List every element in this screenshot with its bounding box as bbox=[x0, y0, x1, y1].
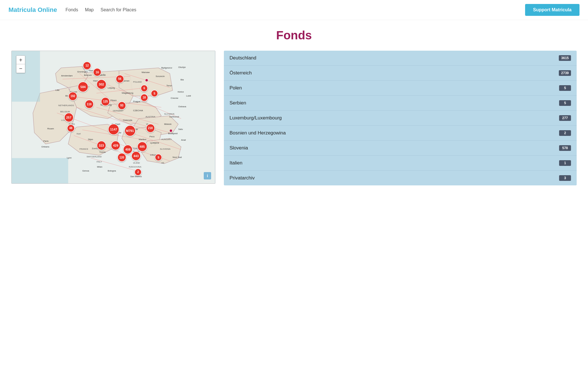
sidebar-row-label: Österreich bbox=[230, 70, 252, 76]
map-marker[interactable]: 485 bbox=[137, 142, 147, 152]
svg-text:HE: HE bbox=[161, 162, 164, 164]
svg-text:SLOVAKIA: SLOVAKIA bbox=[164, 113, 174, 115]
sidebar-row[interactable]: Bosnien und Herzegowina2 bbox=[224, 126, 577, 141]
map-marker[interactable]: 6 bbox=[141, 85, 148, 92]
svg-text:Budapest: Budapest bbox=[168, 132, 178, 135]
sidebar-row-label: Serbien bbox=[230, 100, 246, 106]
logo[interactable]: Matricula Online bbox=[9, 6, 57, 14]
sidebar-row[interactable]: Österreich2739 bbox=[224, 66, 577, 81]
svg-point-102 bbox=[170, 130, 172, 132]
map-marker[interactable]: 120 bbox=[117, 153, 126, 162]
map-marker[interactable]: 2 bbox=[134, 168, 142, 176]
nav-map[interactable]: Map bbox=[85, 7, 94, 12]
svg-text:Bologna: Bologna bbox=[108, 170, 116, 172]
svg-text:Prague: Prague bbox=[133, 100, 141, 103]
svg-text:Trento: Trento bbox=[99, 151, 106, 153]
svg-text:Lyon: Lyon bbox=[67, 157, 72, 159]
svg-text:Satu: Satu bbox=[178, 128, 183, 130]
sidebar-row-count: 1 bbox=[559, 160, 571, 166]
sidebar-row[interactable]: Privatarchiv3 bbox=[224, 171, 577, 185]
map-info-button[interactable]: i bbox=[204, 172, 211, 179]
sidebar-row[interactable]: Deutschland3615 bbox=[224, 51, 577, 66]
sidebar-row[interactable]: Serbien5 bbox=[224, 96, 577, 111]
svg-text:Torun: Torun bbox=[166, 84, 172, 87]
content-layout: Berlin Poznan Warsaw Bydgoszcz Olsztyn S… bbox=[11, 51, 577, 185]
svg-text:Arad: Arad bbox=[181, 139, 186, 141]
main-nav: Fonds Map Search for Places bbox=[65, 7, 525, 12]
svg-text:Bydgoszcz: Bydgoszcz bbox=[161, 67, 172, 69]
map-marker[interactable]: M791 bbox=[124, 125, 136, 136]
map-marker[interactable]: 119 bbox=[85, 100, 94, 109]
svg-text:Dijon: Dijon bbox=[88, 138, 93, 141]
header: Matricula Online Fonds Map Search for Pl… bbox=[0, 0, 588, 20]
svg-text:Pecs: Pecs bbox=[149, 135, 154, 138]
map-marker[interactable]: 5 bbox=[151, 90, 158, 97]
map-marker[interactable]: 93 bbox=[118, 101, 126, 110]
svg-text:Novi Sad: Novi Sad bbox=[173, 156, 182, 159]
sidebar-row-count: 578 bbox=[559, 145, 571, 151]
map-marker[interactable]: 429 bbox=[111, 141, 120, 150]
sidebar-row-count: 3615 bbox=[559, 55, 571, 61]
sidebar-row-count: 5 bbox=[559, 100, 571, 106]
zoom-out-button[interactable]: − bbox=[16, 64, 25, 73]
map-marker[interactable]: 584 bbox=[78, 82, 88, 92]
svg-text:Groningen: Groningen bbox=[77, 70, 88, 73]
sidebar-row-label: Luxemburg/Luxembourg bbox=[230, 115, 282, 121]
svg-text:Milan: Milan bbox=[97, 166, 102, 168]
svg-text:San Marino: San Marino bbox=[130, 175, 142, 178]
sidebar-row-count: 3 bbox=[559, 175, 571, 181]
svg-text:Lille: Lille bbox=[56, 89, 60, 91]
support-button[interactable]: Support Matricula bbox=[525, 4, 579, 16]
svg-text:Leipzig: Leipzig bbox=[108, 87, 115, 89]
svg-text:POLAND: POLAND bbox=[133, 81, 142, 83]
svg-text:Ljubljana: Ljubljana bbox=[150, 142, 159, 144]
svg-text:Bia: Bia bbox=[181, 78, 184, 81]
sidebar-row-label: Slovenia bbox=[230, 145, 248, 151]
svg-text:CZECHIA: CZECHIA bbox=[133, 109, 143, 112]
sidebar-row-label: Polen bbox=[230, 85, 242, 91]
map-container: Berlin Poznan Warsaw Bydgoszcz Olsztyn S… bbox=[11, 51, 215, 184]
sidebar-row-count: 5 bbox=[559, 85, 571, 91]
map-marker[interactable]: 56 bbox=[116, 75, 124, 83]
map-marker[interactable]: 1147 bbox=[108, 124, 119, 135]
sidebar-row[interactable]: Polen5 bbox=[224, 81, 577, 96]
map-marker[interactable]: 12 bbox=[83, 61, 91, 70]
svg-text:ITALY: ITALY bbox=[96, 160, 102, 163]
map-marker[interactable]: 16 bbox=[93, 68, 101, 76]
sidebar-row[interactable]: Slovenia578 bbox=[224, 141, 577, 156]
map-marker[interactable]: 48 bbox=[67, 124, 75, 132]
map-marker[interactable]: 408 bbox=[123, 145, 133, 154]
svg-text:Bremen: Bremen bbox=[84, 74, 92, 76]
map-marker[interactable]: 443 bbox=[131, 151, 141, 161]
map-marker[interactable]: 192 bbox=[68, 92, 77, 101]
svg-text:HUNGARY: HUNGARY bbox=[161, 138, 172, 141]
nav-search-places[interactable]: Search for Places bbox=[101, 7, 136, 12]
svg-text:Karl: Karl bbox=[77, 132, 81, 135]
sidebar-row-count: 2 bbox=[559, 130, 571, 136]
svg-text:Olsztyn: Olsztyn bbox=[178, 66, 186, 68]
svg-text:Amsterdam: Amsterdam bbox=[61, 74, 73, 77]
sidebar-row-count: 277 bbox=[559, 115, 571, 121]
zoom-in-button[interactable]: + bbox=[16, 56, 25, 64]
svg-text:Lubli: Lubli bbox=[186, 95, 191, 97]
svg-text:Paris: Paris bbox=[43, 140, 48, 142]
sidebar-row[interactable]: Luxemburg/Luxembourg277 bbox=[224, 111, 577, 126]
svg-text:az: az bbox=[119, 131, 121, 134]
map-marker[interactable]: 125 bbox=[101, 97, 110, 106]
map-marker[interactable]: 302 bbox=[96, 79, 107, 89]
nav-fonds[interactable]: Fonds bbox=[65, 7, 78, 12]
map-marker[interactable]: 5 bbox=[155, 154, 162, 161]
svg-text:Miskolc: Miskolc bbox=[164, 123, 172, 125]
svg-text:GERMANY: GERMANY bbox=[113, 110, 124, 112]
sidebar-row[interactable]: Italien1 bbox=[224, 156, 577, 171]
svg-text:Ostrava: Ostrava bbox=[178, 105, 186, 108]
svg-text:Warsaw: Warsaw bbox=[142, 71, 150, 74]
map-marker[interactable]: 257 bbox=[64, 113, 74, 122]
svg-text:Szczecin: Szczecin bbox=[156, 75, 165, 78]
map-marker[interactable]: 323 bbox=[97, 141, 106, 150]
map-marker[interactable]: 218 bbox=[146, 124, 155, 133]
svg-text:SLOVENIA: SLOVENIA bbox=[160, 148, 170, 150]
map-marker[interactable]: 18 bbox=[140, 94, 148, 102]
svg-text:RZEGOVINA: RZEGOVINA bbox=[129, 166, 141, 168]
svg-text:Rouen: Rouen bbox=[47, 127, 54, 130]
